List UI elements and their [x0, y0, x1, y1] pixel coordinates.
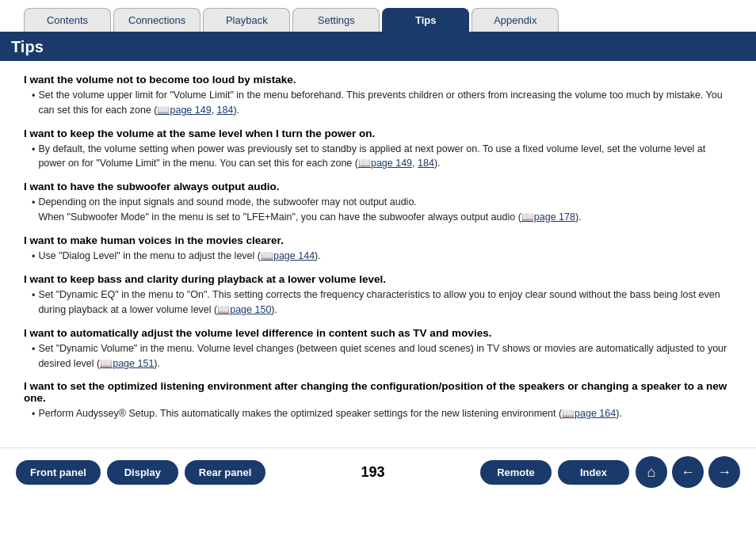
section-6: I want to automatically adjust the volum… — [24, 327, 732, 371]
forward-icon: → — [717, 464, 731, 481]
section-1-link-2[interactable]: 184 — [217, 105, 234, 116]
section-6-body: • Set "Dynamic Volume" in the menu. Volu… — [24, 341, 732, 371]
section-2-body: • By default, the volume setting when po… — [24, 142, 732, 172]
section-2-link-1[interactable]: 📖page 149 — [358, 158, 412, 169]
section-7-link-1[interactable]: 📖page 164 — [562, 408, 616, 419]
tab-playback-label: Playback — [226, 14, 268, 26]
tab-settings[interactable]: Settings — [292, 8, 380, 32]
tab-appendix-label: Appendix — [494, 14, 536, 26]
tab-connections[interactable]: Connections — [113, 8, 200, 32]
section-3-bullet: • Depending on the input signals and sou… — [32, 195, 732, 225]
section-5-bullet: • Set "Dynamic EQ" in the menu to "On". … — [32, 287, 732, 318]
remote-label: Remote — [497, 466, 535, 478]
bullet-dot-4: • — [32, 249, 35, 265]
remote-button[interactable]: Remote — [480, 460, 552, 485]
bullet-dot: • — [32, 89, 35, 104]
section-7-title: I want to set the optimized listening en… — [24, 380, 732, 404]
section-1: I want the volume not to become too loud… — [24, 74, 732, 118]
section-6-link-1[interactable]: 📖page 151 — [100, 358, 154, 369]
section-1-title: I want the volume not to become too loud… — [24, 74, 732, 86]
section-3-text: Depending on the input signals and sound… — [38, 195, 581, 225]
section-4-body: • Use "Dialog Level" in the menu to adju… — [24, 249, 732, 265]
front-panel-button[interactable]: Front panel — [16, 460, 101, 485]
section-5-body: • Set "Dynamic EQ" in the menu to "On". … — [24, 287, 732, 318]
section-2-text: By default, the volume setting when powe… — [38, 142, 732, 172]
tabs-bar: Contents Connections Playback Settings T… — [0, 0, 756, 33]
section-5-title: I want to keep bass and clarity during p… — [24, 273, 732, 285]
tab-contents-label: Contents — [47, 14, 88, 26]
section-3: I want to have the subwoofer always outp… — [24, 181, 732, 225]
display-button[interactable]: Display — [107, 460, 178, 485]
page-header-title: Tips — [11, 38, 44, 55]
section-4-title: I want to make human voices in the movie… — [24, 234, 732, 246]
section-1-bullet: • Set the volume upper limit for "Volume… — [32, 88, 732, 118]
section-5: I want to keep bass and clarity during p… — [24, 273, 732, 318]
forward-button[interactable]: → — [708, 456, 740, 488]
section-4-text: Use "Dialog Level" in the menu to adjust… — [38, 249, 320, 264]
section-2-bullet: • By default, the volume setting when po… — [32, 142, 732, 172]
section-2-link-2[interactable]: 184 — [418, 158, 434, 169]
section-6-title: I want to automatically adjust the volum… — [24, 327, 732, 339]
tab-appendix[interactable]: Appendix — [472, 8, 559, 32]
index-label: Index — [580, 466, 607, 478]
index-button[interactable]: Index — [558, 460, 629, 485]
tab-playback[interactable]: Playback — [203, 8, 290, 32]
section-6-text: Set "Dynamic Volume" in the menu. Volume… — [38, 341, 732, 371]
section-4-bullet: • Use "Dialog Level" in the menu to adju… — [32, 249, 732, 265]
footer: Front panel Display Rear panel 193 Remot… — [0, 447, 756, 496]
section-5-text: Set "Dynamic EQ" in the menu to "On". Th… — [38, 287, 732, 318]
section-4-link-1[interactable]: 📖page 144 — [261, 250, 315, 261]
tab-tips-label: Tips — [415, 14, 437, 26]
section-2-title: I want to keep the volume at the same le… — [24, 128, 732, 139]
rear-panel-label: Rear panel — [199, 466, 251, 478]
section-2: I want to keep the volume at the same le… — [24, 128, 732, 172]
page-header: Tips — [0, 33, 756, 61]
section-7-text: Perform Audyssey® Setup. This automatica… — [38, 406, 621, 421]
main-content: I want the volume not to become too loud… — [0, 69, 756, 440]
section-7: I want to set the optimized listening en… — [24, 380, 732, 422]
bullet-dot-2: • — [32, 143, 35, 158]
home-icon: ⌂ — [647, 464, 656, 481]
page-number: 193 — [353, 464, 393, 481]
tab-settings-label: Settings — [318, 14, 355, 26]
home-button[interactable]: ⌂ — [636, 456, 667, 488]
rear-panel-button[interactable]: Rear panel — [185, 460, 265, 485]
tab-tips[interactable]: Tips — [382, 8, 469, 32]
section-1-text: Set the volume upper limit for "Volume L… — [38, 88, 732, 118]
footer-left-nav: Front panel Display Rear panel — [16, 460, 265, 485]
section-7-bullet: • Perform Audyssey® Setup. This automati… — [32, 406, 732, 422]
back-icon: ← — [681, 464, 695, 481]
section-3-title: I want to have the subwoofer always outp… — [24, 181, 732, 192]
section-5-link-1[interactable]: 📖page 150 — [217, 304, 271, 315]
bullet-dot-6: • — [32, 342, 35, 357]
front-panel-label: Front panel — [30, 466, 86, 478]
section-7-body: • Perform Audyssey® Setup. This automati… — [24, 406, 732, 422]
display-label: Display — [124, 466, 161, 478]
section-1-link-1[interactable]: 📖page 149 — [157, 105, 211, 116]
section-6-bullet: • Set "Dynamic Volume" in the menu. Volu… — [32, 341, 732, 371]
bullet-dot-5: • — [32, 288, 35, 303]
bullet-dot-3: • — [32, 196, 35, 211]
bullet-dot-7: • — [32, 407, 35, 422]
footer-right-nav: Remote Index ⌂ ← → — [480, 456, 740, 488]
tab-connections-label: Connections — [128, 14, 185, 26]
section-3-body: • Depending on the input signals and sou… — [24, 195, 732, 225]
tab-contents[interactable]: Contents — [24, 8, 111, 32]
back-button[interactable]: ← — [672, 456, 704, 488]
section-4: I want to make human voices in the movie… — [24, 234, 732, 265]
section-1-body: • Set the volume upper limit for "Volume… — [24, 88, 732, 118]
section-3-link-1[interactable]: 📖page 178 — [521, 211, 575, 223]
icon-buttons: ⌂ ← → — [636, 456, 740, 488]
